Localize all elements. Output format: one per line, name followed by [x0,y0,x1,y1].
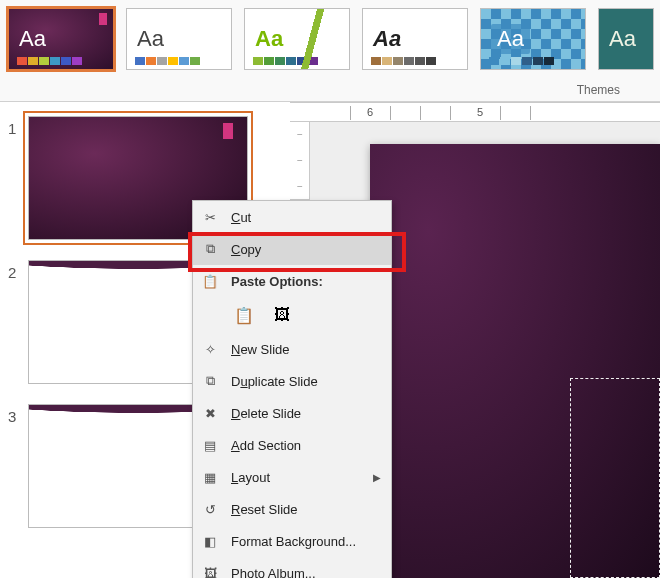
ruler-label: 6 [367,106,373,118]
menu-format-background[interactable]: ◧ Format Background... [193,525,391,557]
theme-sample: Aa [255,26,283,52]
picture-icon: 🖼 [274,306,290,324]
theme-accent-mark [99,13,107,25]
menu-duplicate-slide[interactable]: ⧉ Duplicate Slide [193,365,391,397]
menu-label: Duplicate Slide [231,374,318,389]
theme-color-bar [135,57,200,65]
slide-number: 3 [8,408,16,425]
context-menu: ✂ Cut ⧉ Copy 📋 Paste Options: 📋 🖼 ✧ New … [192,200,392,578]
theme-color-bar [17,57,82,65]
paste-as-picture[interactable]: 🖼 [269,302,295,328]
section-icon: ▤ [201,438,219,453]
themes-gallery: Aa Aa Aa Aa Aa [8,8,660,80]
theme-color-bar [489,57,554,65]
theme-sample: Aa [491,24,530,54]
menu-label: Format Background... [231,534,356,549]
theme-sample: Aa [609,26,636,52]
minus-icon: − [297,155,303,166]
theme-sample: Aa [137,26,164,52]
menu-new-slide[interactable]: ✧ New Slide [193,333,391,365]
theme-swatch-wisp[interactable]: Aa [598,8,654,70]
slide-number: 1 [8,120,16,137]
menu-add-section[interactable]: ▤ Add Section [193,429,391,461]
clipboard-icon: 📋 [201,274,219,289]
theme-swatch-integral[interactable]: Aa [480,8,586,70]
theme-swatch-office[interactable]: Aa [126,8,232,70]
theme-color-bar [371,57,436,65]
menu-label: Layout [231,470,270,485]
format-bg-icon: ◧ [201,534,219,549]
theme-swatch-ion[interactable]: Aa [8,8,114,70]
theme-swatch-facet[interactable]: Aa [244,8,350,70]
themes-ribbon: Aa Aa Aa Aa Aa [0,0,660,102]
menu-label: Reset Slide [231,502,297,517]
menu-label: New Slide [231,342,290,357]
menu-label: Delete Slide [231,406,301,421]
slide-canvas[interactable] [370,144,660,578]
reset-icon: ↺ [201,502,219,517]
new-slide-icon: ✧ [201,342,219,357]
chevron-right-icon: ▶ [373,472,381,483]
layout-icon: ▦ [201,470,219,485]
ruler-label: 5 [477,106,483,118]
photo-album-icon: 🖼 [201,566,219,579]
scissors-icon: ✂ [201,210,219,225]
menu-label: Add Section [231,438,301,453]
minus-icon: − [297,181,303,192]
menu-paste-options-header: 📋 Paste Options: [193,265,391,297]
themes-section-label: Themes [577,83,620,97]
delete-icon: ✖ [201,406,219,421]
menu-delete-slide[interactable]: ✖ Delete Slide [193,397,391,429]
horizontal-ruler[interactable]: 6 5 [290,102,660,122]
slide-number: 2 [8,264,16,281]
menu-label: Cut [231,210,251,225]
menu-reset-slide[interactable]: ↺ Reset Slide [193,493,391,525]
menu-label: Paste Options: [231,274,323,289]
minus-icon: − [297,129,303,140]
menu-copy[interactable]: ⧉ Copy [193,233,391,265]
clipboard-icon: 📋 [234,306,254,325]
theme-swatch-gallery[interactable]: Aa [362,8,468,70]
duplicate-icon: ⧉ [201,373,219,389]
theme-sample: Aa [373,26,401,52]
menu-cut[interactable]: ✂ Cut [193,201,391,233]
outline-collapse-control[interactable]: − − − [290,122,310,200]
menu-label: Copy [231,242,261,257]
content-placeholder[interactable] [570,378,660,578]
theme-color-bar [253,57,318,65]
paste-options-row: 📋 🖼 [193,297,391,333]
menu-label: Photo Album... [231,566,316,579]
copy-icon: ⧉ [201,241,219,257]
menu-layout[interactable]: ▦ Layout ▶ [193,461,391,493]
paste-use-destination-theme[interactable]: 📋 [231,302,257,328]
slide-accent-mark [223,123,233,139]
theme-sample: Aa [19,26,46,52]
menu-photo-album[interactable]: 🖼 Photo Album... [193,557,391,578]
